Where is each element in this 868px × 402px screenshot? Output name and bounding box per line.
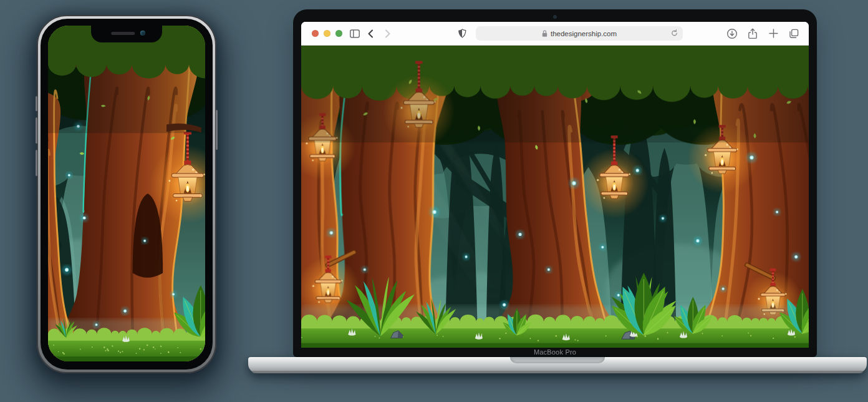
phone-volume-down-button — [36, 150, 37, 176]
window-controls — [312, 30, 342, 37]
zoom-button[interactable] — [335, 30, 342, 37]
firefly — [74, 122, 82, 130]
lantern — [687, 123, 757, 194]
back-button[interactable] — [364, 26, 379, 41]
url-text: thedesignership.com — [551, 30, 617, 37]
phone-notch — [91, 26, 162, 42]
phone-speaker — [111, 32, 135, 35]
firefly — [660, 215, 667, 222]
share-button[interactable] — [745, 26, 760, 41]
macbook-display: thedesignership.com — [301, 22, 809, 348]
firefly — [430, 207, 440, 217]
firefly — [746, 152, 756, 162]
iphone-mockup — [37, 15, 216, 373]
macbook-lid-groove — [510, 357, 605, 363]
macbook-base — [248, 357, 867, 373]
reload-icon — [670, 29, 678, 37]
sidebar-toggle-button[interactable] — [347, 26, 362, 41]
phone-screen — [48, 26, 205, 361]
browser-viewport — [301, 46, 809, 348]
reload-button[interactable] — [670, 29, 678, 40]
chevron-right-icon — [382, 28, 393, 39]
share-icon — [747, 28, 758, 39]
phone-volume-up-button — [36, 117, 37, 144]
downloads-button[interactable] — [725, 26, 740, 41]
firefly — [569, 178, 579, 188]
show-tabs-button[interactable] — [786, 26, 801, 41]
firefly — [516, 230, 524, 238]
privacy-report-button[interactable] — [455, 26, 470, 41]
phone-camera — [140, 31, 145, 36]
lock-icon — [542, 30, 547, 37]
sidebar-icon — [349, 28, 360, 39]
minimize-button[interactable] — [324, 30, 330, 37]
chevron-left-icon — [365, 28, 377, 39]
firefly — [121, 307, 129, 315]
forest-illustration-phone — [48, 26, 205, 361]
phone-mute-switch — [36, 96, 37, 111]
address-bar[interactable]: thedesignership.com — [476, 26, 683, 41]
firefly — [792, 253, 800, 261]
firefly — [599, 244, 606, 251]
firefly — [774, 208, 781, 215]
new-tab-button[interactable] — [766, 26, 781, 41]
phone-power-button — [216, 110, 218, 150]
firefly — [170, 291, 176, 297]
macbook-label: MacBook Pro — [293, 348, 817, 356]
firefly — [546, 267, 552, 273]
download-icon — [726, 28, 738, 39]
firefly — [80, 214, 89, 222]
firefly — [693, 237, 702, 245]
forest-illustration-laptop — [301, 46, 809, 348]
firefly — [634, 166, 642, 174]
safari-toolbar: thedesignership.com — [301, 22, 809, 46]
firefly — [62, 265, 71, 275]
macbook-camera — [553, 15, 557, 19]
macbook-lid: thedesignership.com — [293, 9, 817, 357]
firefly — [720, 285, 726, 292]
firefly — [327, 228, 335, 237]
firefly — [66, 172, 72, 179]
plus-icon — [768, 28, 779, 39]
privacy-shield-icon — [457, 28, 467, 39]
firefly — [142, 238, 148, 244]
phone-bezel — [41, 19, 213, 370]
close-button[interactable] — [312, 30, 319, 37]
device-mockup-stage: thedesignership.com — [0, 0, 868, 402]
forward-button[interactable] — [380, 26, 395, 41]
firefly — [463, 253, 470, 260]
macbook-base-edge — [252, 371, 863, 373]
tabs-icon — [788, 28, 799, 39]
firefly — [361, 267, 368, 273]
